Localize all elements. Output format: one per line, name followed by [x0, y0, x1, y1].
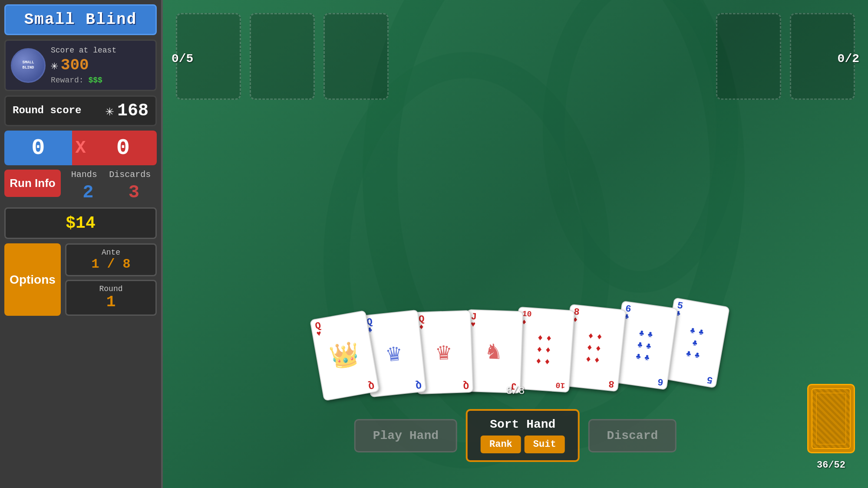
score-star-icon2: ✳ — [106, 102, 114, 120]
hands-value: 2 — [83, 182, 93, 203]
score-at-least-label: Score at least — [51, 46, 116, 55]
blind-logo: SMALLBLIND — [11, 48, 46, 83]
round-score-box: Round score ✳ 168 — [4, 95, 157, 126]
mult-red: 0 — [89, 131, 157, 165]
sort-buttons: Rank Suit — [481, 436, 565, 453]
sidebar: Small Blind SMALLBLIND Score at least ✳ … — [0, 0, 163, 488]
reward-text: Reward: $$$ — [51, 76, 116, 85]
deck-count: 36/52 — [807, 460, 855, 471]
sort-suit-button[interactable]: Suit — [525, 436, 565, 453]
mult-blue: 0 — [4, 131, 72, 165]
counter-right: 0/2 — [838, 52, 859, 66]
slot-card-2 — [250, 13, 315, 100]
card-hand: Q ♥ 👑 Q Q ♣ ♛ Q Q ♦ ♛ Q J — [316, 310, 715, 393]
discards-label: Discards — [109, 170, 151, 180]
info-row: Run Info Hands Discards 2 3 — [4, 170, 157, 203]
round-score-label: Round score — [13, 105, 81, 117]
play-hand-button[interactable]: Play Hand — [354, 419, 457, 452]
run-info-button[interactable]: Run Info — [4, 170, 61, 197]
hands-discards: Hands Discards 2 3 — [65, 170, 157, 203]
blind-details: Score at least ✳ 300 Reward: $$$ — [51, 46, 116, 85]
multiplier-bar: 0 X 0 — [4, 131, 157, 165]
slot-card-4 — [716, 13, 781, 100]
top-slots-right — [716, 13, 855, 100]
discard-button[interactable]: Discard — [588, 419, 677, 452]
score-value: ✳ 300 — [51, 56, 116, 74]
ante-label: Ante — [70, 248, 152, 257]
game-area: 0/5 0/2 Q ♥ 👑 Q Q ♣ ♛ Q Q ♦ ♛ — [163, 0, 868, 488]
options-button[interactable]: Options — [4, 243, 61, 316]
money-box: $14 — [4, 207, 157, 239]
counter-left: 0/5 — [172, 52, 193, 66]
reward-money: $$$ — [88, 76, 102, 85]
round-score-value: ✳ 168 — [106, 101, 149, 121]
score-star-icon: ✳ — [51, 58, 58, 73]
sort-rank-button[interactable]: Rank — [481, 436, 521, 453]
ante-box: Ante 1 / 8 — [65, 243, 157, 276]
slot-card-3 — [323, 13, 389, 100]
blind-info: SMALLBLIND Score at least ✳ 300 Reward: … — [4, 39, 157, 91]
mult-x-label: X — [72, 131, 89, 165]
discards-value: 3 — [129, 182, 139, 203]
hand-count: 8/8 — [506, 385, 525, 397]
hands-label: Hands — [71, 170, 97, 180]
ante-round-row: Options Ante 1 / 8 Round 1 — [4, 243, 157, 316]
round-box: Round 1 — [65, 280, 157, 316]
bottom-buttons: Play Hand Sort Hand Rank Suit Discard — [354, 409, 677, 462]
round-label: Round — [70, 285, 152, 293]
sort-hand-button[interactable]: Sort Hand Rank Suit — [466, 409, 580, 462]
blind-title: Small Blind — [4, 4, 157, 35]
deck-card — [807, 384, 855, 453]
round-value: 1 — [70, 293, 152, 311]
top-slots-left — [176, 13, 389, 100]
ante-value: 1 / 8 — [70, 257, 152, 272]
